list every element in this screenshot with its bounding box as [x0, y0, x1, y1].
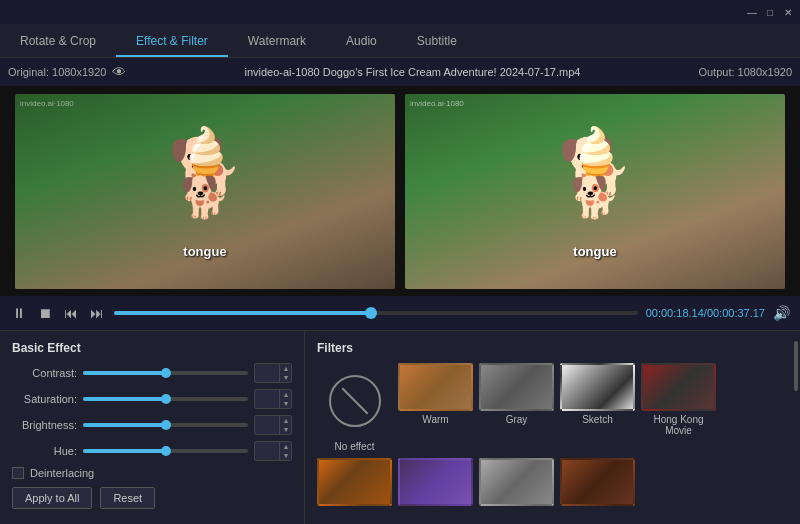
contrast-label: Contrast:	[12, 367, 77, 379]
saturation-down[interactable]: ▼	[280, 399, 292, 408]
saturation-up[interactable]: ▲	[280, 390, 292, 399]
contrast-slider[interactable]	[83, 371, 248, 375]
hue-input[interactable]: 0	[255, 445, 279, 457]
tab-subtitle[interactable]: Subtitle	[397, 27, 477, 57]
saturation-fill	[83, 397, 166, 401]
warm-thumb	[398, 363, 473, 411]
filter-hk-label: Hong Kong Movie	[641, 414, 716, 436]
scrollbar-thumb[interactable]	[794, 341, 798, 391]
tab-bar: Rotate & Crop Effect & Filter Watermark …	[0, 24, 800, 58]
maximize-button[interactable]: □	[762, 4, 778, 20]
contrast-value-box: 0 ▲ ▼	[254, 363, 292, 383]
video-area: invideo.ai·1080 🍦 🐕 tongue invideo.ai·10…	[0, 86, 800, 296]
video-before-frame: invideo.ai·1080 🍦 🐕 tongue	[15, 94, 395, 289]
original-resolution: Original: 1080x1920	[8, 66, 106, 78]
no-effect-thumb	[317, 363, 392, 438]
contrast-up[interactable]: ▲	[280, 364, 292, 373]
filters-panel: Filters No effect Warm Gray	[305, 331, 800, 524]
filter-2a[interactable]	[317, 458, 392, 509]
filter-no-effect-label: No effect	[317, 441, 392, 452]
visibility-icon[interactable]: 👁	[112, 64, 126, 80]
output-resolution: Output: 1080x1920	[698, 66, 792, 78]
apply-to-all-button[interactable]: Apply to All	[12, 487, 92, 509]
brightness-input[interactable]: 0	[255, 419, 279, 431]
video-after-frame: invideo.ai·1080 🍦 🐕 tongue	[405, 94, 785, 289]
saturation-value-box: 0 ▲ ▼	[254, 389, 292, 409]
contrast-input[interactable]: 0	[255, 367, 279, 379]
gray-thumb	[479, 363, 554, 411]
reset-button[interactable]: Reset	[100, 487, 155, 509]
hue-value-box: 0 ▲ ▼	[254, 441, 292, 461]
volume-icon[interactable]: 🔊	[773, 305, 790, 321]
close-button[interactable]: ✕	[780, 4, 796, 20]
saturation-input[interactable]: 0	[255, 393, 279, 405]
filename-label: invideo-ai-1080 Doggo's First Ice Cream …	[244, 66, 580, 78]
tab-rotate-crop[interactable]: Rotate & Crop	[0, 27, 116, 57]
no-effect-line	[341, 387, 368, 414]
progress-bar[interactable]	[114, 311, 638, 315]
saturation-thumb[interactable]	[161, 394, 171, 404]
bottom-panel: Basic Effect Contrast: 0 ▲ ▼ Saturation:	[0, 330, 800, 524]
filter-2d[interactable]	[560, 458, 635, 509]
no-effect-circle	[329, 375, 381, 427]
filter2b-thumb	[398, 458, 473, 506]
progress-fill	[114, 311, 371, 315]
action-row: Apply to All Reset	[12, 487, 292, 509]
filter2c-thumb	[479, 458, 554, 506]
video-before-label: tongue	[183, 244, 226, 259]
video-after-label: tongue	[573, 244, 616, 259]
prev-button[interactable]: ⏮	[62, 303, 80, 323]
brightness-fill	[83, 423, 166, 427]
effect-section-title: Basic Effect	[12, 341, 292, 355]
contrast-thumb[interactable]	[161, 368, 171, 378]
video-before: invideo.ai·1080 🍦 🐕 tongue	[15, 94, 395, 289]
filter-gray[interactable]: Gray	[479, 363, 554, 452]
filter-hong-kong[interactable]: Hong Kong Movie	[641, 363, 716, 452]
contrast-spinners: ▲ ▼	[279, 364, 292, 382]
stop-button[interactable]: ⏹	[36, 303, 54, 323]
hue-thumb[interactable]	[161, 446, 171, 456]
brightness-label: Brightness:	[12, 419, 77, 431]
contrast-down[interactable]: ▼	[280, 373, 292, 382]
brightness-slider[interactable]	[83, 423, 248, 427]
filter-sketch[interactable]: Sketch	[560, 363, 635, 452]
filter2a-thumb	[317, 458, 392, 506]
brightness-spinners: ▲ ▼	[279, 416, 292, 434]
saturation-row: Saturation: 0 ▲ ▼	[12, 389, 292, 409]
next-button[interactable]: ⏭	[88, 303, 106, 323]
scrollbar[interactable]	[794, 341, 798, 524]
contrast-fill	[83, 371, 166, 375]
watermark-after: invideo.ai·1080	[410, 99, 464, 108]
hue-down[interactable]: ▼	[280, 451, 292, 460]
filter-gray-label: Gray	[479, 414, 554, 425]
minimize-button[interactable]: —	[744, 4, 760, 20]
tab-watermark[interactable]: Watermark	[228, 27, 326, 57]
filter-2b[interactable]	[398, 458, 473, 509]
filters-section-title: Filters	[317, 341, 788, 355]
deinterlacing-checkbox[interactable]	[12, 467, 24, 479]
deinterlacing-row: Deinterlacing	[12, 467, 292, 479]
tab-effect-filter[interactable]: Effect & Filter	[116, 27, 228, 57]
hk-thumb	[641, 363, 716, 411]
hue-up[interactable]: ▲	[280, 442, 292, 451]
saturation-slider[interactable]	[83, 397, 248, 401]
progress-thumb[interactable]	[365, 307, 377, 319]
watermark-before: invideo.ai·1080	[20, 99, 74, 108]
filter-no-effect[interactable]: No effect	[317, 363, 392, 452]
video-after: invideo.ai·1080 🍦 🐕 tongue	[405, 94, 785, 289]
controls-bar: ⏸ ⏹ ⏮ ⏭ 00:00:18.14/00:00:37.17 🔊	[0, 296, 800, 330]
saturation-spinners: ▲ ▼	[279, 390, 292, 408]
saturation-label: Saturation:	[12, 393, 77, 405]
hue-label: Hue:	[12, 445, 77, 457]
hue-slider[interactable]	[83, 449, 248, 453]
tab-audio[interactable]: Audio	[326, 27, 397, 57]
contrast-row: Contrast: 0 ▲ ▼	[12, 363, 292, 383]
info-bar: Original: 1080x1920 👁 invideo-ai-1080 Do…	[0, 58, 800, 86]
brightness-up[interactable]: ▲	[280, 416, 292, 425]
filter-2c[interactable]	[479, 458, 554, 509]
brightness-thumb[interactable]	[161, 420, 171, 430]
brightness-down[interactable]: ▼	[280, 425, 292, 434]
filters-grid: No effect Warm Gray Sketch Hong Kong Mov…	[317, 363, 788, 509]
filter-warm[interactable]: Warm	[398, 363, 473, 452]
pause-button[interactable]: ⏸	[10, 303, 28, 323]
